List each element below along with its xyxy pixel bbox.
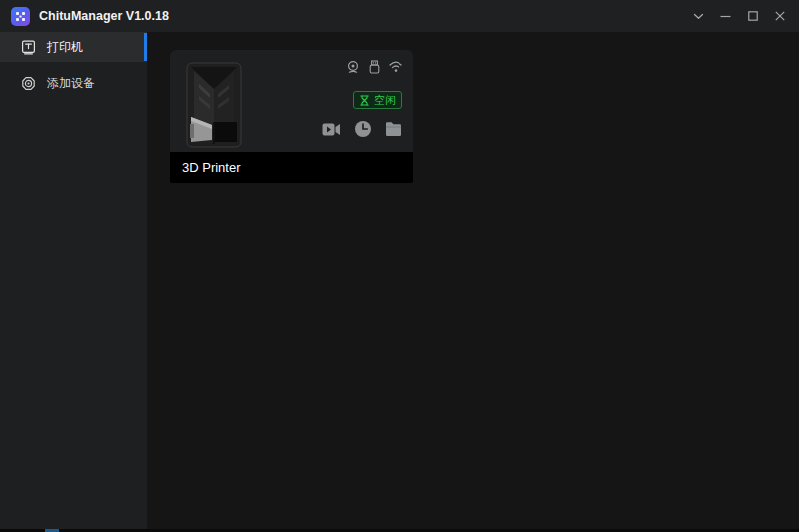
webcam-icon bbox=[346, 60, 360, 74]
maximize-icon bbox=[748, 11, 758, 21]
sidebar-item-printers[interactable]: 打印机 bbox=[0, 32, 147, 62]
history-clock-icon[interactable] bbox=[354, 120, 372, 138]
app-logo-icon bbox=[11, 7, 30, 26]
sidebar-item-add-device[interactable]: 添加设备 bbox=[0, 68, 147, 98]
printer-icon bbox=[21, 40, 36, 55]
camera-stream-icon[interactable] bbox=[322, 121, 341, 138]
menu-chevron-button[interactable] bbox=[685, 0, 712, 32]
printer-name: 3D Printer bbox=[182, 160, 241, 175]
files-folder-icon[interactable] bbox=[385, 121, 402, 137]
card-actions bbox=[322, 120, 402, 138]
printer-card[interactable]: 空闲 3D Printer bbox=[170, 50, 413, 183]
hourglass-icon bbox=[360, 95, 369, 106]
titlebar[interactable]: ChituManager V1.0.18 bbox=[0, 0, 799, 32]
sidebar-item-label: 添加设备 bbox=[47, 75, 95, 92]
window-title: ChituManager V1.0.18 bbox=[39, 9, 169, 23]
printer-thumbnail bbox=[186, 62, 242, 148]
chevron-down-icon bbox=[693, 13, 704, 20]
printer-name-bar: 3D Printer bbox=[170, 152, 413, 183]
close-button[interactable] bbox=[766, 0, 793, 32]
add-device-icon bbox=[21, 76, 36, 91]
connectivity-indicators bbox=[346, 60, 402, 74]
usb-drive-icon bbox=[368, 60, 381, 74]
minimize-button[interactable] bbox=[712, 0, 739, 32]
minimize-icon bbox=[720, 11, 731, 22]
wifi-icon bbox=[389, 61, 402, 73]
maximize-button[interactable] bbox=[739, 0, 766, 32]
status-badge: 空闲 bbox=[353, 91, 402, 109]
status-label: 空闲 bbox=[374, 93, 396, 108]
sidebar: 打印机 添加设备 bbox=[0, 32, 147, 529]
close-icon bbox=[775, 11, 785, 21]
main-content: 空闲 3D Printer bbox=[147, 32, 799, 529]
window-controls bbox=[685, 0, 793, 32]
sidebar-item-label: 打印机 bbox=[47, 39, 83, 56]
